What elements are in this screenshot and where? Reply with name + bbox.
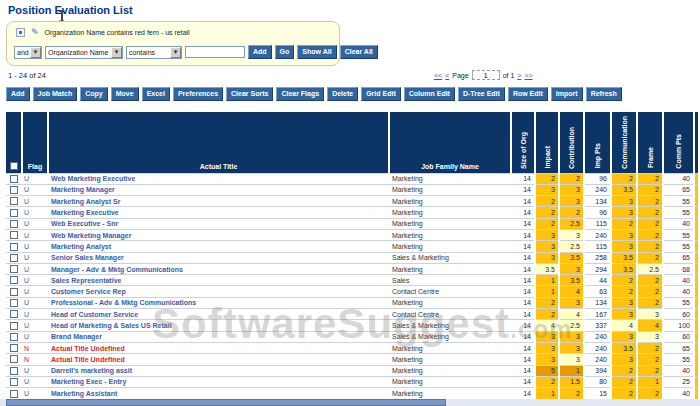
actual-title-cell[interactable]: Marketing Analyst	[48, 241, 389, 252]
chevron-down-icon: ▼	[30, 47, 41, 58]
job-family-header[interactable]: Job Family Name	[389, 112, 511, 173]
actual-title-cell[interactable]: Brand Manager	[48, 331, 389, 342]
toolbar-button-preferences[interactable]: Preferences	[173, 87, 223, 101]
actual-title-cell[interactable]: Web Marketing Manager	[48, 229, 389, 240]
toolbar-button-clear-flags[interactable]: Clear Flags	[276, 87, 324, 101]
communication-cell: 2	[611, 388, 637, 399]
frame-header[interactable]: Frame	[637, 112, 663, 173]
table-row: U Marketing Exec - Entry Marketing 14 2 …	[6, 376, 698, 387]
toolbar-button-import[interactable]: Import	[551, 87, 583, 101]
actual-title-cell[interactable]: Manager - Adv & Mktg Communications	[48, 263, 389, 274]
row-checkbox[interactable]	[10, 231, 18, 239]
select-all-checkbox[interactable]	[10, 162, 18, 170]
last-page-link[interactable]: >>	[524, 72, 532, 79]
row-checkbox[interactable]	[10, 175, 18, 183]
table-row: U Customer Service Rep Contact Centre 14…	[6, 286, 698, 297]
toolbar-button-job-match[interactable]: Job Match	[33, 87, 78, 101]
prev-page-link[interactable]: <	[445, 72, 449, 79]
row-checkbox[interactable]	[10, 367, 18, 375]
row-checkbox[interactable]	[10, 299, 18, 307]
go-button[interactable]: Go	[275, 45, 295, 59]
actual-title-cell[interactable]: Head of Customer Service	[48, 309, 389, 320]
toolbar-button-excel[interactable]: Excel	[142, 87, 170, 101]
toolbar-button-add[interactable]: Add	[6, 87, 30, 101]
clear-all-button[interactable]: Clear All	[340, 45, 378, 59]
row-checkbox[interactable]	[10, 209, 18, 217]
actual-title-cell[interactable]: Marketing Exec - Entry	[48, 376, 389, 387]
size-of-org-cell: 14	[511, 354, 535, 365]
edit-filter-icon[interactable]: ✎	[31, 28, 39, 37]
scrollbar-thumb[interactable]	[6, 399, 446, 406]
row-checkbox[interactable]	[10, 333, 18, 341]
row-checkbox[interactable]	[10, 322, 18, 330]
first-page-link[interactable]: <<	[434, 72, 442, 79]
row-checkbox[interactable]	[10, 390, 18, 398]
row-checkbox[interactable]	[10, 220, 18, 228]
actual-title-cell[interactable]: Customer Service Rep	[48, 286, 389, 297]
collapse-filter-icon[interactable]	[16, 28, 25, 37]
toolbar-button-row-edit[interactable]: Row Edit	[508, 87, 548, 101]
toolbar-button-delete[interactable]: Delete	[327, 87, 358, 101]
actual-title-header[interactable]: Actual Title	[48, 112, 389, 173]
frame-cell: 2	[637, 196, 663, 207]
communication-header[interactable]: Communication	[611, 112, 637, 173]
horizontal-scrollbar[interactable]	[0, 399, 700, 406]
filter-field-select[interactable]: Organization Name ▼	[45, 46, 123, 59]
imp-pts-cell: 240	[584, 229, 611, 240]
size-of-org-cell: 14	[511, 286, 535, 297]
actual-title-cell[interactable]: Senior Sales Manager	[48, 252, 389, 263]
job-family-cell: Marketing	[389, 229, 511, 240]
filter-operator-select[interactable]: contains ▼	[126, 46, 182, 59]
table-row: U Web Executive - Snr Marketing 14 2 2.5…	[6, 218, 698, 229]
toolbar-button-refresh[interactable]: Refresh	[586, 87, 622, 101]
row-checkbox[interactable]	[10, 254, 18, 262]
row-checkbox[interactable]	[10, 344, 18, 352]
next-page-link[interactable]: >	[517, 72, 521, 79]
toolbar-button-grid-edit[interactable]: Grid Edit	[361, 87, 401, 101]
toolbar-button-d-tree-edit[interactable]: D-Tree Edit	[458, 87, 505, 101]
clipped-column-cell	[694, 275, 698, 286]
frame-cell: 2	[637, 207, 663, 218]
comm-pts-header[interactable]: Comm Pts	[663, 112, 694, 173]
contribution-cell: 2.5	[559, 320, 584, 331]
clipped-column-cell	[694, 297, 698, 308]
filter-value-input[interactable]	[185, 46, 245, 58]
page-number-input[interactable]	[472, 70, 500, 80]
impact-header[interactable]: Impact	[535, 112, 559, 173]
imp-pts-cell: 134	[584, 196, 611, 207]
actual-title-cell[interactable]: Head of Marketing & Sales US Retail	[48, 320, 389, 331]
toolbar-button-column-edit[interactable]: Column Edit	[404, 87, 455, 101]
imp-pts-cell: 44	[584, 275, 611, 286]
toolbar-button-clear-sorts[interactable]: Clear Sorts	[226, 87, 273, 101]
row-checkbox[interactable]	[10, 310, 18, 318]
row-checkbox[interactable]	[10, 276, 18, 284]
logic-operator-select[interactable]: and ▼	[14, 46, 42, 59]
row-checkbox[interactable]	[10, 288, 18, 296]
clipped-column-cell	[694, 229, 698, 240]
actual-title-cell[interactable]: Actual Title Undefined	[48, 354, 389, 365]
row-checkbox[interactable]	[10, 197, 18, 205]
actual-title-cell[interactable]: Darrell's marketing assit	[48, 365, 389, 376]
toolbar-button-copy[interactable]: Copy	[80, 87, 108, 101]
size-of-org-header[interactable]: Size of Org	[511, 112, 535, 173]
imp-pts-header[interactable]: Imp Pts	[584, 112, 611, 173]
actual-title-cell[interactable]: Sales Representative	[48, 275, 389, 286]
actual-title-cell[interactable]: Marketing Executive	[48, 207, 389, 218]
row-checkbox[interactable]	[10, 355, 18, 363]
add-filter-button[interactable]: Add	[248, 45, 272, 59]
contribution-header[interactable]: Contribution	[559, 112, 584, 173]
toolbar-button-move[interactable]: Move	[111, 87, 139, 101]
actual-title-cell[interactable]: Actual Title Undefined	[48, 342, 389, 353]
row-checkbox[interactable]	[10, 378, 18, 386]
row-checkbox[interactable]	[10, 265, 18, 273]
actual-title-cell[interactable]: Marketing Analyst Sr	[48, 196, 389, 207]
row-checkbox[interactable]	[10, 186, 18, 194]
actual-title-cell[interactable]: Marketing Assistant	[48, 388, 389, 399]
show-all-button[interactable]: Show All	[297, 45, 336, 59]
actual-title-cell[interactable]: Professional - Adv & Mktg Communications	[48, 297, 389, 308]
flag-header[interactable]: Flag	[22, 112, 48, 173]
actual-title-cell[interactable]: Web Executive - Snr	[48, 218, 389, 229]
row-checkbox[interactable]	[10, 243, 18, 251]
actual-title-cell[interactable]: Marketing Manager	[48, 184, 389, 195]
actual-title-cell[interactable]: Web Marketing Executive	[48, 173, 389, 184]
